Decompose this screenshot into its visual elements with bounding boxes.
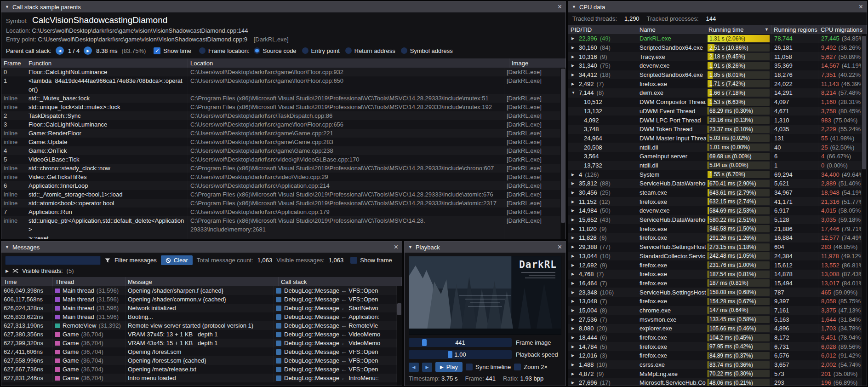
expand-row-icon[interactable]: ▶	[571, 381, 576, 385]
callstack-cell[interactable]: DebugLog::Message ← IntroMenu::	[274, 374, 397, 382]
cpu-process-row[interactable]: ▶23,348(106)ServiceHub.SettingsHost158.0…	[568, 288, 862, 297]
collapse-row-icon[interactable]: ▼	[571, 91, 576, 95]
expand-row-icon[interactable]: ▶	[571, 263, 576, 267]
expand-row-icon[interactable]: ▶	[571, 36, 576, 40]
close-icon[interactable]: ×	[558, 3, 562, 11]
message-row[interactable]: 606,117,568nsMain thread(31,596)Opening …	[1, 295, 397, 304]
cpu-process-row[interactable]: ▶12,016(3)firefox.exe84.89 ms (0.37%)6,5…	[568, 351, 862, 360]
message-row[interactable]: 627,313,190nsRemoteView(31,392)Remote vi…	[1, 321, 397, 330]
cpu-process-row[interactable]: ▶29,388(77)ServiceHub.SettingsHost273.15…	[568, 243, 862, 252]
collapse-icon[interactable]: ▼	[572, 5, 576, 9]
column-header-running-time[interactable]: Running time▼	[706, 25, 771, 34]
messages-titlebar[interactable]: ▼ Messages ×	[1, 242, 402, 253]
callstack-frame-row[interactable]: inlinestd::_Mutex_base::lockC:\Program F…	[1, 94, 560, 103]
radio-symbol-address[interactable]: Symbol address	[401, 47, 453, 54]
expand-row-icon[interactable]: ▶	[571, 308, 576, 312]
message-row[interactable]: 606,049,398nsMain thread(31,596)Opening …	[1, 286, 397, 295]
play-button[interactable]: ▶ Play	[435, 362, 463, 372]
expand-row-icon[interactable]: ▶	[571, 272, 576, 276]
clear-button[interactable]: Clear	[161, 255, 193, 265]
cpu-process-row[interactable]: 24,964DWM Master Input Threa5.03 ms (0.0…	[568, 134, 862, 143]
expand-row-icon[interactable]: ▶	[571, 318, 576, 322]
callstack-frame-row[interactable]: inlineGame::RenderFloorC:\Users\wolf\Des…	[1, 129, 560, 138]
callstack-frame-row[interactable]: 4Game::OnTickC:\Users\wolf\Desktop\darkr…	[1, 146, 560, 155]
scrollbar-thumb[interactable]	[561, 69, 565, 223]
cpu-process-row[interactable]: ▶12,692(9)firefox.exe231.76 ms (1.00%)15…	[568, 260, 862, 270]
message-row[interactable]: 626,024,328nsMain thread(31,596)Network …	[1, 304, 397, 312]
callstack-frame-row[interactable]: 5VideoGLBase::TickC:\Users\wolf\Desktop\…	[1, 155, 560, 164]
expand-row-icon[interactable]: ▶	[571, 64, 576, 68]
expand-row-icon[interactable]: ▶	[571, 326, 576, 330]
callstack-scrollbar[interactable]	[560, 68, 565, 239]
cpu-process-row[interactable]: ▶14,984(50)devenv.exe584.69 ms (2.53%)6,…	[568, 206, 862, 215]
cpu-process-row[interactable]: ▶22,396(49)DarkRL.exe1.31 s (2.06%)78,74…	[568, 34, 862, 43]
message-row[interactable]: 627,411,606nsGame(36,704)Opening /forest…	[1, 347, 397, 356]
expand-row-icon[interactable]: ▶	[571, 353, 576, 358]
cpu-process-row[interactable]: ▶15,652(43)ServiceHub.DataWarehou580.22 …	[568, 215, 862, 225]
collapse-icon[interactable]: ▼	[5, 245, 9, 249]
cpu-process-row[interactable]: ▶34,412(18)ScriptedSandbox64.exe1.85 s (…	[568, 70, 862, 80]
cpu-process-row[interactable]: 20,508ntdll.dll1.01 ms (0.00%)4025(62.50…	[568, 143, 862, 152]
callstack-frame-row[interactable]: 2TaskDispatch::SyncC:\Users\wolf\Desktop…	[1, 111, 560, 120]
expand-row-icon[interactable]: ▶	[571, 372, 576, 376]
collapse-icon[interactable]: ▼	[408, 245, 412, 249]
callstack-frame-row[interactable]: inlineGame::UpdateC:\Users\wolf\Desktop\…	[1, 138, 560, 146]
expand-row-icon[interactable]: ▶	[571, 208, 576, 213]
scrollbar-thumb[interactable]	[397, 303, 401, 315]
expand-row-icon[interactable]: ▶	[571, 173, 576, 177]
cpu-process-row[interactable]: ▶35,812(88)ServiceHub.DataWarehou670.41 …	[568, 179, 862, 188]
expand-row-icon[interactable]: ▶	[571, 218, 576, 222]
cpu-process-row[interactable]: ▶14,784(5)firefox.exe97.95 ms (0.42%)6,7…	[568, 342, 862, 351]
cpu-process-row[interactable]: ▶30,160(84)ScriptedSandbox64.exe2.51 s (…	[568, 43, 862, 52]
prev-callstack-button[interactable]: ◀	[56, 46, 64, 55]
expand-row-icon[interactable]: ▶	[571, 363, 576, 367]
cpu-process-row[interactable]: ▶11,820(9)firefox.exe346.58 ms (1.50%)21…	[568, 224, 862, 233]
expand-row-icon[interactable]: ▶	[571, 46, 576, 50]
expand-row-icon[interactable]: ▶	[571, 290, 576, 295]
cpu-process-row[interactable]: ▶13,048(7)firefox.exe154.28 ms (0.67%)9,…	[568, 297, 862, 306]
cpu-process-row[interactable]: ▶2,492(7)firefox.exe1.71 s (7.42%)24,022…	[568, 79, 862, 88]
cpu-process-row[interactable]: ▶1,488(10)csrss.exe83.74 ms (0.36%)3,657…	[568, 360, 862, 370]
callstack-frame-row[interactable]: 7Application::RunC:\Users\wolf\Desktop\d…	[1, 208, 560, 216]
sync-timeline-checkbox[interactable]: Sync timeline	[466, 364, 511, 370]
column-header-name[interactable]: Name	[637, 25, 706, 34]
cpu-scrollbar[interactable]	[862, 34, 867, 386]
cpu-process-row[interactable]: ▶16,464(7)firefox.exe187 ms (0.81%)15,49…	[568, 279, 862, 288]
close-icon[interactable]: ×	[558, 243, 562, 251]
cpu-process-row[interactable]: 10,512DWM Compositor Thread1.53 s (6.63%…	[568, 98, 862, 107]
callstack-cell[interactable]: DebugLog::Message ← VFS::Open	[274, 295, 397, 304]
expand-row-icon[interactable]: ▶	[571, 281, 576, 285]
radio-return-address[interactable]: Return address	[345, 47, 395, 54]
expand-row-icon[interactable]: ▶	[571, 181, 576, 185]
callstack-cell[interactable]: DebugLog::Message ← VFS::Open	[274, 356, 397, 365]
cpu-titlebar[interactable]: ▼ CPU data ×	[568, 1, 867, 12]
close-icon[interactable]: ×	[859, 3, 863, 11]
callstack-cell[interactable]: DebugLog::Message ← StartNetwo	[274, 304, 397, 312]
column-header-running-regions[interactable]: Running regions	[771, 25, 818, 34]
cpu-process-row[interactable]: ▶18,444(6)firefox.exe104.2 ms (0.45%)8,1…	[568, 333, 862, 342]
callstack-cell[interactable]: DebugLog::Message ← VideoMemo	[274, 339, 397, 347]
expand-row-icon[interactable]: ▶	[571, 335, 576, 340]
message-row[interactable]: 627,399,320nsGame(36,704)VRAM 43x45: 15 …	[1, 339, 397, 347]
cpu-process-row[interactable]: ▶4,768(7)firefox.exe187.54 ms (0.81%)14,…	[568, 270, 862, 279]
cpu-process-row[interactable]: ▶10,316(9)Tracy.exe2.18 s (9.45%)11,0585…	[568, 52, 862, 61]
callstack-cell[interactable]: DebugLog::Message ← VFS::Open	[274, 347, 397, 356]
filter-input[interactable]	[5, 256, 101, 265]
previous-frame-button[interactable]: ◀	[409, 363, 419, 372]
expand-row-icon[interactable]: ▶	[571, 73, 576, 77]
cpu-process-row[interactable]: ▼7,144(8)dwm.exe1.66 s (7.18%)14,2918,21…	[568, 88, 862, 98]
column-header-pid-tid[interactable]: PID/TID	[568, 25, 637, 34]
callstack-cell[interactable]: DebugLog::Message ← VideoMemo	[274, 330, 397, 339]
cpu-process-row[interactable]: 13,132uDWM Event Thread68.29 ms (0.30%)4…	[568, 107, 862, 116]
radio-source-code[interactable]: Source code	[254, 47, 297, 54]
expand-row-icon[interactable]: ▶	[571, 345, 576, 349]
radio-entry-point[interactable]: Entry point	[302, 47, 340, 54]
cpu-process-row[interactable]: ▶27,696(17)Microsoft.ServiceHub.Co48.06 …	[568, 378, 862, 386]
next-frame-button[interactable]: ▶	[422, 363, 432, 372]
cpu-process-row[interactable]: ▶4(126)System1.55 s (6.70%)69,29434,400(…	[568, 170, 862, 179]
callstack-frame-row[interactable]: 3Floor::CalcLightNoLuminanceC:\Users\wol…	[1, 120, 560, 129]
messages-scrollbar[interactable]	[397, 286, 402, 386]
show-time-checkbox[interactable]: ✓ Show time	[154, 47, 191, 54]
expand-row-icon[interactable]: ▶	[571, 245, 576, 249]
visible-threads-expander-icon[interactable]: ▶	[6, 269, 9, 273]
